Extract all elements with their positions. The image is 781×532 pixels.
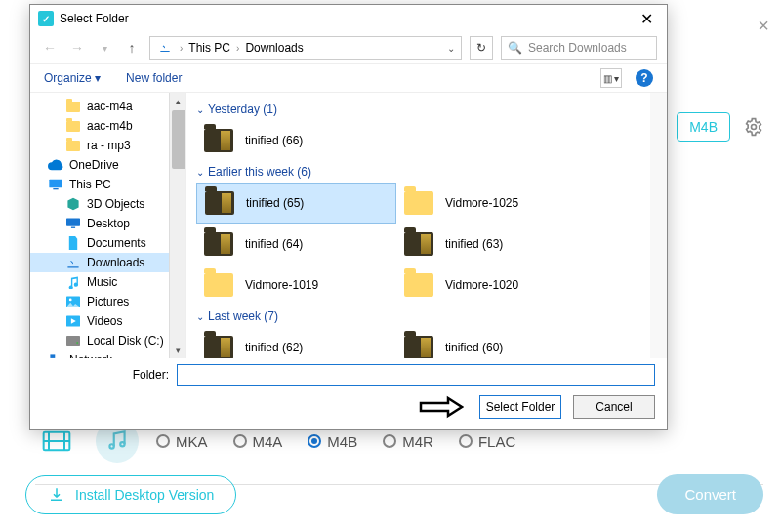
tree-item-label: Network	[69, 353, 112, 358]
gear-icon[interactable]	[744, 117, 763, 137]
install-desktop-button[interactable]: Install Desktop Version	[25, 475, 236, 514]
folder-item[interactable]: Vidmore-1025	[396, 183, 596, 224]
tree-item[interactable]: Local Disk (C:)	[30, 331, 185, 350]
cancel-button[interactable]: Cancel	[573, 395, 655, 419]
folder-name-input[interactable]	[177, 364, 655, 386]
view-options-button[interactable]: ▥ ▾	[600, 68, 622, 88]
tree-item-label: OneDrive	[69, 158, 119, 172]
svg-rect-14	[66, 336, 80, 346]
tree-item[interactable]: Desktop	[30, 214, 185, 233]
svg-rect-16	[50, 354, 55, 358]
refresh-icon[interactable]: ↻	[470, 36, 493, 60]
tree-item[interactable]: Documents	[30, 233, 185, 253]
videos-icon	[65, 314, 81, 328]
nav-up-icon[interactable]: ↑	[122, 40, 142, 56]
desktop-icon	[65, 217, 81, 230]
help-icon[interactable]: ?	[636, 69, 653, 87]
radio-label: M4B	[327, 433, 357, 450]
tree-item[interactable]: This PC	[30, 175, 185, 194]
scroll-thumb[interactable]	[172, 110, 186, 169]
breadcrumb-item[interactable]: Downloads	[245, 41, 303, 55]
organize-button[interactable]: Organize ▾	[44, 71, 101, 85]
arrow-annotation-icon	[419, 395, 464, 419]
breadcrumb-drop-icon[interactable]: ⌄	[447, 43, 455, 54]
radio-label: FLAC	[478, 433, 515, 450]
folder-item-label: Vidmore-1020	[445, 278, 518, 292]
nav-tree[interactable]: aac-m4aaac-m4bra - mp3OneDriveThis PC3D …	[30, 93, 186, 358]
folder-icon	[402, 186, 435, 220]
folder-item-label: Vidmore-1019	[245, 278, 318, 292]
folder-item-label: tinified (65)	[246, 196, 304, 210]
folder-icon	[202, 331, 235, 358]
folder-item[interactable]: Vidmore-1020	[396, 265, 596, 306]
folder-item-label: tinified (66)	[245, 134, 303, 147]
install-label: Install Desktop Version	[75, 487, 214, 503]
tree-item[interactable]: 3D Objects	[30, 194, 185, 214]
folder-item[interactable]: tinified (66)	[196, 120, 396, 161]
folder-item[interactable]: tinified (62)	[196, 327, 396, 358]
folder-icon	[65, 139, 81, 152]
network-icon	[48, 353, 63, 358]
new-folder-button[interactable]: New folder	[126, 71, 182, 85]
scroll-up-icon[interactable]: ▴	[170, 93, 185, 109]
tree-item[interactable]: Music	[30, 272, 185, 292]
convert-button[interactable]: Convert	[657, 474, 763, 514]
tree-item-label: 3D Objects	[87, 197, 144, 211]
folder-content[interactable]: ⌄ Yesterday (1)tinified (66)⌄ Earlier th…	[186, 93, 667, 358]
tree-item-label: aac-m4a	[87, 100, 133, 113]
tree-item[interactable]: OneDrive	[30, 155, 185, 175]
tree-item-label: Music	[87, 275, 117, 289]
close-icon[interactable]: ✕	[635, 10, 659, 28]
svg-point-12	[69, 299, 72, 302]
svg-point-0	[752, 125, 757, 130]
group-header[interactable]: ⌄ Earlier this week (6)	[196, 165, 657, 179]
folder-item-label: tinified (64)	[245, 237, 303, 251]
dialog-title: Select Folder	[60, 12, 129, 25]
folder-item-label: tinified (62)	[245, 341, 303, 354]
tree-item[interactable]: Downloads	[30, 253, 185, 272]
format-radio-m4r[interactable]: M4R	[383, 433, 433, 450]
content-scrollbar[interactable]	[650, 93, 667, 358]
chevron-down-icon: ⌄	[196, 311, 204, 322]
nav-back-icon[interactable]: ←	[40, 40, 60, 56]
downloads-icon	[156, 39, 174, 57]
radio-label: M4A	[253, 433, 283, 450]
format-radio-mka[interactable]: MKA	[156, 433, 208, 450]
folder-item[interactable]: tinified (63)	[396, 224, 596, 265]
tree-item[interactable]: Pictures	[30, 292, 185, 311]
bg-format-chip[interactable]: M4B	[677, 112, 730, 142]
format-radio-m4b[interactable]: M4B	[308, 433, 357, 450]
3d-icon	[65, 197, 81, 211]
breadcrumb[interactable]: › This PC › Downloads ⌄	[149, 36, 462, 60]
tree-item[interactable]: ra - mp3	[30, 136, 185, 155]
chevron-down-icon[interactable]: ▾	[95, 43, 114, 54]
folder-icon	[202, 227, 235, 261]
tree-item-label: Desktop	[87, 217, 130, 230]
folder-item[interactable]: tinified (60)	[396, 327, 596, 358]
folder-item[interactable]: tinified (64)	[196, 224, 396, 265]
search-input[interactable]: 🔍 Search Downloads	[501, 36, 657, 60]
svg-rect-9	[66, 218, 80, 225]
breadcrumb-item[interactable]: This PC	[188, 41, 230, 55]
folder-item[interactable]: tinified (65)	[196, 183, 396, 224]
tree-item[interactable]: aac-m4a	[30, 97, 185, 116]
downloads-icon	[65, 256, 81, 269]
folder-item-label: tinified (63)	[445, 237, 503, 251]
group-header[interactable]: ⌄ Yesterday (1)	[196, 102, 657, 116]
tree-scrollbar[interactable]: ▴ ▾	[169, 93, 185, 358]
select-folder-button[interactable]: Select Folder	[479, 395, 561, 419]
select-folder-dialog: ✓ Select Folder ✕ ← → ▾ ↑ › This PC › Do…	[29, 4, 668, 430]
breadcrumb-sep-icon: ›	[180, 43, 183, 54]
app-icon: ✓	[38, 11, 54, 26]
tree-item[interactable]: aac-m4b	[30, 116, 185, 136]
svg-point-15	[76, 342, 78, 344]
format-radio-flac[interactable]: FLAC	[459, 433, 515, 450]
format-radio-m4a[interactable]: M4A	[233, 433, 283, 450]
bg-close-icon[interactable]: ×	[758, 15, 769, 37]
scroll-down-icon[interactable]: ▾	[170, 342, 185, 358]
tree-item[interactable]: Videos	[30, 311, 185, 331]
folder-item[interactable]: Vidmore-1019	[196, 265, 396, 306]
group-header[interactable]: ⌄ Last week (7)	[196, 309, 657, 323]
tree-item-label: Documents	[87, 236, 146, 250]
tree-item[interactable]: Network	[30, 350, 185, 358]
